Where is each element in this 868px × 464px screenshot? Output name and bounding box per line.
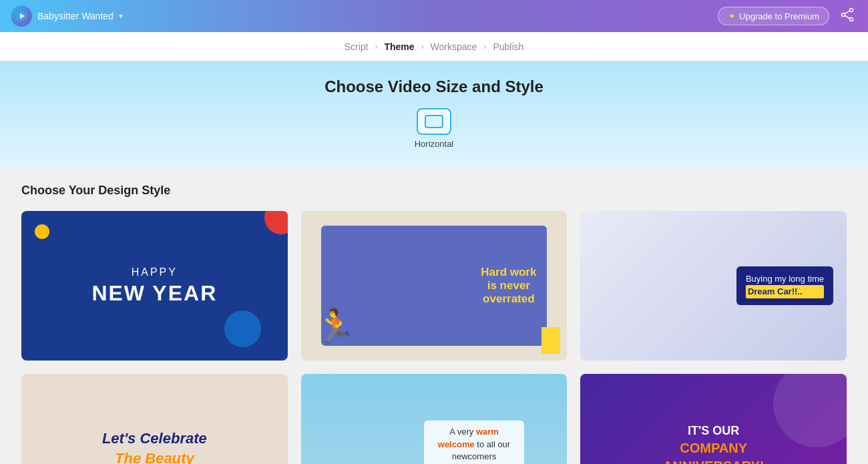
nav-chevron: ▾ xyxy=(119,11,123,21)
design-grid: HAPPY NEW YEAR 🏃 Hard work is never over… xyxy=(21,211,847,464)
star-icon: ✦ xyxy=(728,11,736,21)
separator-3: › xyxy=(483,42,486,51)
circle-yellow-decor xyxy=(35,224,49,239)
upgrade-button[interactable]: ✦ Upgrade to Premium xyxy=(718,7,829,25)
size-option-horizontal[interactable]: Horizontal xyxy=(415,108,454,149)
circle-blue-decor xyxy=(224,310,261,347)
nav-left: Babysitter Wanted ▾ xyxy=(11,5,123,27)
size-options: Horizontal xyxy=(0,108,868,149)
welcome-text1: A very xyxy=(449,427,476,437)
dreamcar-text2: Dream Car!!.. xyxy=(746,285,824,298)
svg-rect-7 xyxy=(425,115,443,128)
svg-line-6 xyxy=(845,15,849,18)
svg-point-3 xyxy=(850,17,853,21)
hardwork-character: 🏃 xyxy=(314,307,356,346)
design-card-celebrate[interactable]: Let's Celebrate The Beauty xyxy=(21,374,288,464)
hardwork-inner: 🏃 Hard work is never overrated xyxy=(321,226,548,345)
design-card-new-year[interactable]: HAPPY NEW YEAR xyxy=(21,211,288,361)
app-title: Babysitter Wanted xyxy=(37,11,114,21)
yellow-block-decor xyxy=(541,327,560,354)
dreamcar-text1: Buying my long time xyxy=(746,273,824,285)
celebrate-text1: Let's Celebrate xyxy=(102,430,207,447)
upgrade-label: Upgrade to Premium xyxy=(739,11,819,21)
hero-section: Choose Video Size and Style Horizontal xyxy=(0,61,868,168)
top-navbar: Babysitter Wanted ▾ ✦ Upgrade to Premium xyxy=(0,0,868,32)
design-card-hardwork[interactable]: 🏃 Hard work is never overrated xyxy=(301,211,568,361)
hero-title: Choose Video Size and Style xyxy=(0,77,868,96)
new-year-text1: HAPPY xyxy=(132,266,178,278)
size-label-horizontal: Horizontal xyxy=(415,139,454,149)
dreamcar-bubble: Buying my long time Dream Car!!.. xyxy=(736,266,833,305)
breadcrumb-nav: Script › Theme › Workspace › Publish xyxy=(0,32,868,61)
celebrate-text2: The Beauty xyxy=(115,450,194,464)
design-section-title: Choose Your Design Style xyxy=(21,184,847,198)
separator-1: › xyxy=(375,42,377,51)
svg-line-5 xyxy=(845,11,849,13)
breadcrumb-publish[interactable]: Publish xyxy=(493,41,523,52)
welcome-bubble: A very warm welcome to all our newcomers xyxy=(424,421,524,464)
main-content: Choose Your Design Style HAPPY NEW YEAR … xyxy=(0,168,868,464)
app-logo xyxy=(11,5,32,27)
anniv-text1: IT'S OUR xyxy=(688,424,739,438)
breadcrumb-script[interactable]: Script xyxy=(345,41,369,52)
hardwork-line2: is never xyxy=(481,279,536,292)
share-button[interactable] xyxy=(837,5,857,28)
svg-point-4 xyxy=(842,13,845,16)
breadcrumb-workspace[interactable]: Workspace xyxy=(431,41,477,52)
circle-red-decor xyxy=(264,211,288,234)
design-card-dreamcar[interactable]: Buying my long time Dream Car!!.. xyxy=(580,211,847,361)
breadcrumb-theme[interactable]: Theme xyxy=(384,41,414,52)
nav-right: ✦ Upgrade to Premium xyxy=(718,5,857,28)
new-year-text2: NEW YEAR xyxy=(91,281,217,306)
svg-point-2 xyxy=(850,8,853,11)
hardwork-text: Hard work is never overrated xyxy=(481,266,536,306)
anniv-text3: ANNIVERSARY! xyxy=(663,459,765,464)
design-card-anniversary[interactable]: IT'S OUR COMPANY ANNIVERSARY! xyxy=(580,374,847,464)
separator-2: › xyxy=(421,42,424,51)
anniv-circle-decor xyxy=(773,374,847,447)
design-card-welcome[interactable]: A very warm welcome to all our newcomers xyxy=(301,374,568,464)
hardwork-line3: overrated xyxy=(481,292,536,306)
hardwork-line1: Hard work xyxy=(481,266,536,279)
horizontal-icon xyxy=(417,108,451,135)
anniv-text2: COMPANY xyxy=(680,441,747,456)
